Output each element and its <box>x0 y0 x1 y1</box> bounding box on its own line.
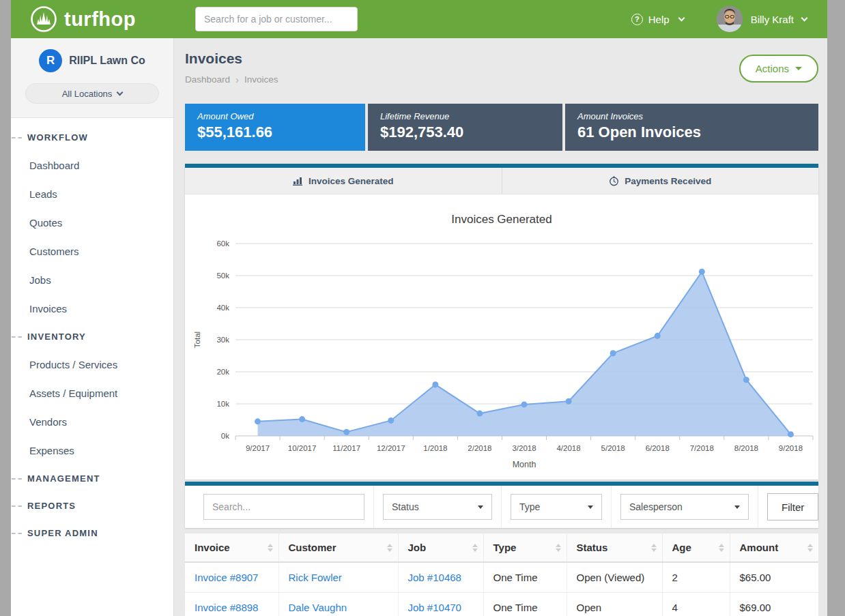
help-icon: ? <box>631 14 643 25</box>
svg-text:10k: 10k <box>216 400 229 408</box>
sidebar-item-quotes[interactable]: Quotes <box>11 208 173 237</box>
sidebar-item-products-services[interactable]: Products / Services <box>11 350 173 379</box>
cell-text: 4 <box>662 593 730 616</box>
sidebar-item-vendors[interactable]: Vendors <box>11 407 173 436</box>
cell-text: 2 <box>662 562 730 593</box>
column-header-age[interactable]: Age <box>662 533 730 563</box>
tree-dash-icon <box>12 336 22 338</box>
section-label: REPORTS <box>27 501 76 511</box>
svg-text:30k: 30k <box>216 336 229 344</box>
svg-text:Month: Month <box>513 460 536 469</box>
sidebar-section-management[interactable]: MANAGEMENT <box>11 465 173 492</box>
svg-text:4/2018: 4/2018 <box>556 444 580 452</box>
sidebar-section-inventory[interactable]: INVENTORY <box>11 323 173 350</box>
cell-link[interactable]: Job #10468 <box>398 562 483 593</box>
sidebar-section-super-admin[interactable]: SUPER ADMIN <box>11 519 173 546</box>
table-search-input[interactable] <box>203 494 364 520</box>
cell-link[interactable]: Job #10470 <box>398 593 483 616</box>
brand-logo[interactable]: turfhop <box>30 5 175 33</box>
salesperson-select[interactable]: Salesperson <box>620 494 749 520</box>
column-header-amount[interactable]: Amount <box>730 533 818 563</box>
user-menu[interactable]: Billy Kraft <box>717 6 807 32</box>
caret-down-icon <box>795 67 802 70</box>
page-title: Invoices <box>185 50 278 67</box>
cell-text: $69.00 <box>730 593 818 616</box>
column-header-customer[interactable]: Customer <box>278 533 398 563</box>
stat-label: Lifetime Revenue <box>380 111 550 121</box>
window-scrollbar[interactable] <box>827 0 845 616</box>
stat-lifetime-revenue: Lifetime Revenue $192,753.40 <box>368 104 562 151</box>
main-content: Invoices Dashboard › Invoices Actions Am… <box>174 38 827 616</box>
tab-invoices-generated[interactable]: Invoices Generated <box>185 168 502 194</box>
user-name: Billy Kraft <box>751 14 794 25</box>
select-value: Salesperson <box>629 501 683 512</box>
sidebar-item-invoices[interactable]: Invoices <box>11 294 173 323</box>
section-label: WORKFLOW <box>27 132 88 143</box>
sidebar-section-workflow[interactable]: WORKFLOW <box>11 123 173 151</box>
cell-link[interactable]: Rick Fowler <box>278 562 398 593</box>
help-menu[interactable]: ? Help <box>631 14 684 25</box>
cell-text: Open <box>567 593 662 616</box>
column-header-type[interactable]: Type <box>483 533 567 563</box>
chevron-down-icon <box>117 89 124 96</box>
svg-text:9/2018: 9/2018 <box>779 444 803 452</box>
cell-text: $65.00 <box>730 562 818 593</box>
svg-text:60k: 60k <box>216 239 229 248</box>
clock-icon <box>609 176 619 186</box>
svg-text:1/2018: 1/2018 <box>423 444 447 452</box>
stat-amount-owed: Amount Owed $55,161.66 <box>185 104 365 151</box>
sidebar-item-dashboard[interactable]: Dashboard <box>11 151 173 179</box>
sidebar-section-reports[interactable]: REPORTS <box>11 492 173 519</box>
sidebar-item-expenses[interactable]: Expenses <box>11 436 173 465</box>
stat-label: Amount Invoices <box>577 111 806 121</box>
company-name: RIIPL Lawn Co <box>69 55 145 67</box>
locations-dropdown[interactable]: All Locations <box>25 83 159 104</box>
cell-link[interactable]: Invoice #8898 <box>185 593 278 616</box>
sidebar-item-jobs[interactable]: Jobs <box>11 265 173 294</box>
column-header-invoice[interactable]: Invoice <box>185 533 278 563</box>
actions-button[interactable]: Actions <box>739 55 818 83</box>
breadcrumb-dashboard[interactable]: Dashboard <box>185 74 230 85</box>
window-gutter-left <box>0 0 11 616</box>
sort-icon <box>651 544 657 552</box>
tab-label: Invoices Generated <box>309 176 394 186</box>
breadcrumb-separator: › <box>235 74 239 85</box>
tab-payments-received[interactable]: Payments Received <box>502 168 819 194</box>
cell-link[interactable]: Invoice #8907 <box>185 562 278 593</box>
filter-button[interactable]: Filter <box>767 493 818 520</box>
section-label: INVENTORY <box>27 332 86 342</box>
status-select[interactable]: Status <box>383 494 492 520</box>
breadcrumb: Dashboard › Invoices <box>185 74 278 85</box>
type-select[interactable]: Type <box>511 494 602 520</box>
tree-dash-icon <box>12 505 22 507</box>
svg-text:12/2017: 12/2017 <box>377 444 405 452</box>
sidebar-item-leads[interactable]: Leads <box>11 179 173 208</box>
tree-dash-icon <box>12 478 22 480</box>
stat-value: 61 Open Invoices <box>577 123 806 141</box>
sidebar-item-customers[interactable]: Customers <box>11 237 173 265</box>
stat-cards: Amount Owed $55,161.66 Lifetime Revenue … <box>185 104 818 151</box>
chevron-down-icon <box>678 14 685 21</box>
actions-label: Actions <box>756 63 789 74</box>
global-search-input[interactable] <box>195 7 358 31</box>
sort-icon <box>719 544 724 552</box>
cell-text: Open (Viewed) <box>567 562 662 593</box>
cell-link[interactable]: Dale Vaughn <box>278 593 398 616</box>
column-header-job[interactable]: Job <box>398 533 483 563</box>
cell-text: One Time <box>483 562 567 593</box>
stat-value: $55,161.66 <box>197 123 353 141</box>
svg-text:40k: 40k <box>216 304 229 312</box>
column-header-status[interactable]: Status <box>567 533 662 563</box>
help-label: Help <box>648 14 670 25</box>
app-root: turfhop ? Help Billy Kraf <box>11 0 827 616</box>
svg-text:20k: 20k <box>216 368 229 376</box>
svg-text:11/2017: 11/2017 <box>332 444 360 452</box>
company-logo: R <box>39 49 62 72</box>
svg-text:50k: 50k <box>216 272 229 280</box>
table-row: Invoice #8898Dale VaughnJob #10470One Ti… <box>185 593 818 616</box>
brand-name: turfhop <box>64 8 136 31</box>
svg-text:Total: Total <box>193 332 201 348</box>
svg-text:Invoices Generated: Invoices Generated <box>451 213 552 226</box>
filter-bar: Status Type Salesperson <box>185 482 818 528</box>
sidebar-item-assets-equipment[interactable]: Assets / Equipment <box>11 379 173 407</box>
